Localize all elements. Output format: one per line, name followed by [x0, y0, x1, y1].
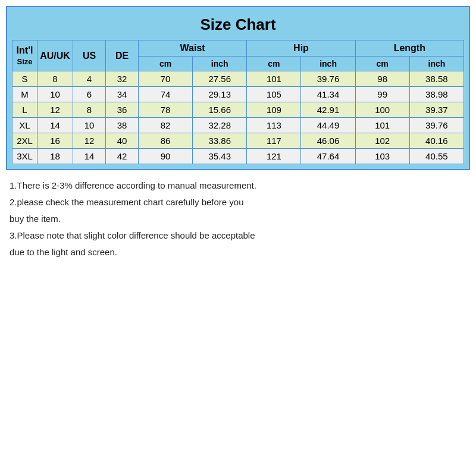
table-cell: 42.91	[301, 102, 355, 118]
table-cell: 101	[355, 118, 409, 133]
table-cell: 10	[73, 118, 106, 133]
table-cell: L	[12, 102, 37, 118]
table-cell: 40.16	[409, 133, 464, 149]
table-cell: 47.64	[301, 149, 355, 164]
table-cell: 4	[73, 71, 106, 87]
size-chart-wrapper: Size Chart Int'l Size AU/UK US DE Waist …	[6, 6, 470, 170]
header-us: US	[73, 40, 106, 71]
table-cell: 16	[37, 133, 73, 149]
table-cell: 74	[139, 87, 193, 102]
table-cell: 2XL	[12, 133, 37, 149]
table-cell: 39.37	[409, 102, 464, 118]
table-cell: 105	[247, 87, 301, 102]
chart-title: Size Chart	[12, 12, 464, 40]
table-row: 3XL1814429035.4312147.6410340.55	[12, 149, 464, 164]
table-cell: 3XL	[12, 149, 37, 164]
table-cell: 38	[106, 118, 139, 133]
table-row: XL1410388232.2811344.4910139.76	[12, 118, 464, 133]
header-waist: Waist	[139, 40, 247, 57]
table-cell: 14	[37, 118, 73, 133]
table-cell: 102	[355, 133, 409, 149]
table-cell: 39.76	[409, 118, 464, 133]
table-cell: 109	[247, 102, 301, 118]
len-inch: inch	[409, 57, 464, 71]
table-cell: 70	[139, 71, 193, 87]
table-body: S84327027.5610139.769838.58M106347429.13…	[12, 71, 464, 164]
table-cell: 27.56	[193, 71, 247, 87]
table-cell: 6	[73, 87, 106, 102]
table-cell: 14	[73, 149, 106, 164]
table-cell: 35.43	[193, 149, 247, 164]
table-cell: 42	[106, 149, 139, 164]
table-cell: 101	[247, 71, 301, 87]
table-cell: 100	[355, 102, 409, 118]
header-length: Length	[355, 40, 464, 57]
table-cell: 113	[247, 118, 301, 133]
table-cell: 38.98	[409, 87, 464, 102]
table-cell: 15.66	[193, 102, 247, 118]
hip-cm: cm	[247, 57, 301, 71]
note-line: 2.please check the measurement chart car…	[10, 195, 466, 209]
table-cell: S	[12, 71, 37, 87]
table-cell: 10	[37, 87, 73, 102]
note-line: buy the item.	[10, 212, 466, 226]
table-cell: 86	[139, 133, 193, 149]
table-cell: M	[12, 87, 37, 102]
table-cell: 8	[73, 102, 106, 118]
table-cell: 29.13	[193, 87, 247, 102]
table-cell: 121	[247, 149, 301, 164]
table-cell: XL	[12, 118, 37, 133]
table-cell: 90	[139, 149, 193, 164]
note-line: 1.There is 2-3% difference according to …	[10, 178, 466, 193]
page-container: Size Chart Int'l Size AU/UK US DE Waist …	[0, 0, 476, 476]
table-cell: 98	[355, 71, 409, 87]
table-row: S84327027.5610139.769838.58	[12, 71, 464, 87]
table-cell: 12	[73, 133, 106, 149]
table-cell: 117	[247, 133, 301, 149]
table-cell: 12	[37, 102, 73, 118]
hip-inch: inch	[301, 57, 355, 71]
waist-cm: cm	[139, 57, 193, 71]
len-cm: cm	[355, 57, 409, 71]
note-line: due to the light and screen.	[10, 245, 466, 259]
table-cell: 8	[37, 71, 73, 87]
table-cell: 78	[139, 102, 193, 118]
table-cell: 38.58	[409, 71, 464, 87]
table-row: M106347429.1310541.349938.98	[12, 87, 464, 102]
table-cell: 32	[106, 71, 139, 87]
table-cell: 44.49	[301, 118, 355, 133]
table-cell: 34	[106, 87, 139, 102]
table-cell: 99	[355, 87, 409, 102]
size-chart-table: Int'l Size AU/UK US DE Waist Hip Length …	[12, 40, 464, 164]
table-cell: 41.34	[301, 87, 355, 102]
table-cell: 103	[355, 149, 409, 164]
table-cell: 32.28	[193, 118, 247, 133]
header-au: AU/UK	[37, 40, 73, 71]
header-hip: Hip	[247, 40, 355, 57]
table-row: 2XL1612408633.8611746.0610240.16	[12, 133, 464, 149]
table-row: L128367815.6610942.9110039.37	[12, 102, 464, 118]
table-cell: 36	[106, 102, 139, 118]
table-cell: 46.06	[301, 133, 355, 149]
header-row-1: Int'l Size AU/UK US DE Waist Hip Length	[12, 40, 464, 57]
table-cell: 82	[139, 118, 193, 133]
table-cell: 39.76	[301, 71, 355, 87]
table-cell: 40	[106, 133, 139, 149]
notes-section: 1.There is 2-3% difference according to …	[6, 170, 470, 262]
waist-inch: inch	[193, 57, 247, 71]
table-cell: 40.55	[409, 149, 464, 164]
header-intl: Int'l Size	[12, 40, 37, 71]
header-de: DE	[106, 40, 139, 71]
table-cell: 18	[37, 149, 73, 164]
table-cell: 33.86	[193, 133, 247, 149]
note-line: 3.Please note that slight color differen…	[10, 228, 466, 243]
